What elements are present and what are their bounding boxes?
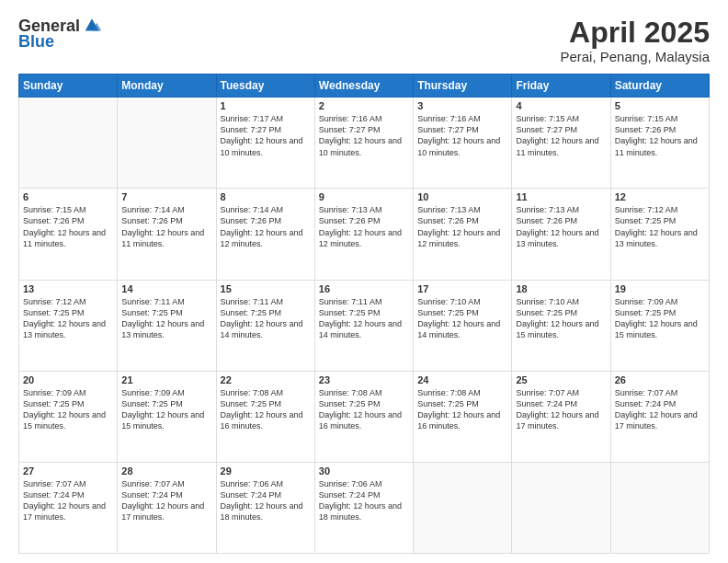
day-info: Sunrise: 7:13 AMSunset: 7:26 PMDaylight:… bbox=[516, 204, 606, 249]
calendar-cell bbox=[118, 98, 216, 189]
calendar-cell: 1Sunrise: 7:17 AMSunset: 7:27 PMDaylight… bbox=[216, 98, 314, 189]
calendar-cell: 29Sunrise: 7:06 AMSunset: 7:24 PMDayligh… bbox=[216, 462, 314, 553]
week-row-1: 6Sunrise: 7:15 AMSunset: 7:26 PMDaylight… bbox=[19, 189, 710, 280]
day-info: Sunrise: 7:10 AMSunset: 7:25 PMDaylight:… bbox=[516, 296, 606, 341]
day-number: 28 bbox=[121, 465, 211, 477]
day-number: 18 bbox=[516, 283, 606, 294]
day-info: Sunrise: 7:12 AMSunset: 7:25 PMDaylight:… bbox=[23, 296, 113, 341]
calendar-cell: 26Sunrise: 7:07 AMSunset: 7:24 PMDayligh… bbox=[610, 371, 709, 462]
logo-icon bbox=[82, 16, 102, 36]
day-info: Sunrise: 7:14 AMSunset: 7:26 PMDaylight:… bbox=[121, 204, 211, 249]
day-number: 25 bbox=[516, 374, 606, 385]
page-title: April 2025 bbox=[560, 17, 710, 49]
calendar-cell: 20Sunrise: 7:09 AMSunset: 7:25 PMDayligh… bbox=[19, 371, 118, 462]
calendar-cell: 9Sunrise: 7:13 AMSunset: 7:26 PMDaylight… bbox=[314, 189, 413, 280]
calendar-header-saturday: Saturday bbox=[610, 75, 709, 98]
day-info: Sunrise: 7:16 AMSunset: 7:27 PMDaylight:… bbox=[417, 113, 507, 158]
week-row-0: 1Sunrise: 7:17 AMSunset: 7:27 PMDaylight… bbox=[19, 98, 710, 189]
day-number: 2 bbox=[319, 100, 409, 111]
day-number: 15 bbox=[221, 283, 311, 294]
day-number: 8 bbox=[221, 191, 311, 202]
calendar-cell bbox=[19, 98, 118, 189]
week-row-3: 20Sunrise: 7:09 AMSunset: 7:25 PMDayligh… bbox=[19, 371, 710, 462]
calendar-cell: 5Sunrise: 7:15 AMSunset: 7:26 PMDaylight… bbox=[610, 98, 709, 189]
day-number: 24 bbox=[417, 374, 507, 385]
calendar-cell: 17Sunrise: 7:10 AMSunset: 7:25 PMDayligh… bbox=[414, 280, 512, 371]
day-number: 11 bbox=[516, 191, 606, 202]
logo: General Blue bbox=[18, 17, 102, 52]
day-info: Sunrise: 7:15 AMSunset: 7:26 PMDaylight:… bbox=[615, 113, 705, 158]
day-number: 4 bbox=[516, 100, 606, 111]
day-number: 17 bbox=[417, 283, 507, 294]
day-number: 21 bbox=[121, 374, 211, 385]
week-row-4: 27Sunrise: 7:07 AMSunset: 7:24 PMDayligh… bbox=[19, 462, 710, 553]
calendar-cell: 15Sunrise: 7:11 AMSunset: 7:25 PMDayligh… bbox=[216, 280, 314, 371]
day-info: Sunrise: 7:09 AMSunset: 7:25 PMDaylight:… bbox=[121, 387, 211, 432]
calendar-cell: 23Sunrise: 7:08 AMSunset: 7:25 PMDayligh… bbox=[314, 371, 413, 462]
calendar-cell: 10Sunrise: 7:13 AMSunset: 7:26 PMDayligh… bbox=[414, 189, 512, 280]
day-info: Sunrise: 7:06 AMSunset: 7:24 PMDaylight:… bbox=[319, 478, 409, 523]
day-number: 7 bbox=[121, 191, 211, 202]
calendar-cell: 4Sunrise: 7:15 AMSunset: 7:27 PMDaylight… bbox=[512, 98, 610, 189]
week-row-2: 13Sunrise: 7:12 AMSunset: 7:25 PMDayligh… bbox=[19, 280, 710, 371]
calendar-cell: 8Sunrise: 7:14 AMSunset: 7:26 PMDaylight… bbox=[216, 189, 314, 280]
day-number: 3 bbox=[417, 100, 507, 111]
day-number: 19 bbox=[615, 283, 705, 294]
day-number: 10 bbox=[417, 191, 507, 202]
day-info: Sunrise: 7:09 AMSunset: 7:25 PMDaylight:… bbox=[615, 296, 705, 341]
calendar-cell: 2Sunrise: 7:16 AMSunset: 7:27 PMDaylight… bbox=[314, 98, 413, 189]
day-info: Sunrise: 7:07 AMSunset: 7:24 PMDaylight:… bbox=[615, 387, 705, 432]
calendar-cell: 19Sunrise: 7:09 AMSunset: 7:25 PMDayligh… bbox=[610, 280, 709, 371]
day-info: Sunrise: 7:11 AMSunset: 7:25 PMDaylight:… bbox=[121, 296, 211, 341]
calendar-cell bbox=[512, 462, 610, 553]
day-number: 1 bbox=[221, 100, 311, 111]
day-number: 14 bbox=[121, 283, 211, 294]
calendar-cell bbox=[414, 462, 512, 553]
calendar-cell: 16Sunrise: 7:11 AMSunset: 7:25 PMDayligh… bbox=[314, 280, 413, 371]
day-number: 13 bbox=[23, 283, 113, 294]
day-number: 16 bbox=[319, 283, 409, 294]
day-number: 5 bbox=[615, 100, 705, 111]
calendar-cell: 22Sunrise: 7:08 AMSunset: 7:25 PMDayligh… bbox=[216, 371, 314, 462]
day-info: Sunrise: 7:08 AMSunset: 7:25 PMDaylight:… bbox=[319, 387, 409, 432]
day-info: Sunrise: 7:08 AMSunset: 7:25 PMDaylight:… bbox=[221, 387, 311, 432]
calendar-cell: 12Sunrise: 7:12 AMSunset: 7:25 PMDayligh… bbox=[610, 189, 709, 280]
calendar-cell: 7Sunrise: 7:14 AMSunset: 7:26 PMDaylight… bbox=[118, 189, 216, 280]
calendar-table: SundayMondayTuesdayWednesdayThursdayFrid… bbox=[18, 74, 710, 554]
calendar-cell: 25Sunrise: 7:07 AMSunset: 7:24 PMDayligh… bbox=[512, 371, 610, 462]
day-info: Sunrise: 7:15 AMSunset: 7:26 PMDaylight:… bbox=[23, 204, 113, 249]
calendar-cell: 18Sunrise: 7:10 AMSunset: 7:25 PMDayligh… bbox=[512, 280, 610, 371]
day-info: Sunrise: 7:16 AMSunset: 7:27 PMDaylight:… bbox=[319, 113, 409, 158]
calendar-cell bbox=[610, 462, 709, 553]
calendar-cell: 6Sunrise: 7:15 AMSunset: 7:26 PMDaylight… bbox=[19, 189, 118, 280]
calendar-cell: 3Sunrise: 7:16 AMSunset: 7:27 PMDaylight… bbox=[414, 98, 512, 189]
calendar-header-monday: Monday bbox=[118, 75, 216, 98]
calendar-cell: 28Sunrise: 7:07 AMSunset: 7:24 PMDayligh… bbox=[118, 462, 216, 553]
day-number: 6 bbox=[23, 191, 113, 202]
day-info: Sunrise: 7:12 AMSunset: 7:25 PMDaylight:… bbox=[615, 204, 705, 249]
day-info: Sunrise: 7:07 AMSunset: 7:24 PMDaylight:… bbox=[23, 478, 113, 523]
day-info: Sunrise: 7:11 AMSunset: 7:25 PMDaylight:… bbox=[319, 296, 409, 341]
day-number: 22 bbox=[221, 374, 311, 385]
calendar-cell: 14Sunrise: 7:11 AMSunset: 7:25 PMDayligh… bbox=[118, 280, 216, 371]
calendar-header-friday: Friday bbox=[512, 75, 610, 98]
calendar-header-thursday: Thursday bbox=[414, 75, 512, 98]
calendar-cell: 24Sunrise: 7:08 AMSunset: 7:25 PMDayligh… bbox=[414, 371, 512, 462]
day-number: 20 bbox=[23, 374, 113, 385]
calendar-cell: 11Sunrise: 7:13 AMSunset: 7:26 PMDayligh… bbox=[512, 189, 610, 280]
day-number: 23 bbox=[319, 374, 409, 385]
day-number: 27 bbox=[23, 465, 113, 477]
day-info: Sunrise: 7:15 AMSunset: 7:27 PMDaylight:… bbox=[516, 113, 606, 158]
day-info: Sunrise: 7:13 AMSunset: 7:26 PMDaylight:… bbox=[319, 204, 409, 249]
day-info: Sunrise: 7:11 AMSunset: 7:25 PMDaylight:… bbox=[221, 296, 311, 341]
calendar-cell: 21Sunrise: 7:09 AMSunset: 7:25 PMDayligh… bbox=[118, 371, 216, 462]
calendar-header-wednesday: Wednesday bbox=[314, 75, 413, 98]
calendar-header-row: SundayMondayTuesdayWednesdayThursdayFrid… bbox=[19, 75, 710, 98]
calendar-header-sunday: Sunday bbox=[19, 75, 118, 98]
day-info: Sunrise: 7:08 AMSunset: 7:25 PMDaylight:… bbox=[417, 387, 507, 432]
day-number: 29 bbox=[221, 465, 311, 477]
day-info: Sunrise: 7:13 AMSunset: 7:26 PMDaylight:… bbox=[417, 204, 507, 249]
day-info: Sunrise: 7:07 AMSunset: 7:24 PMDaylight:… bbox=[516, 387, 606, 432]
title-block: April 2025 Perai, Penang, Malaysia bbox=[560, 17, 710, 64]
day-info: Sunrise: 7:17 AMSunset: 7:27 PMDaylight:… bbox=[221, 113, 311, 158]
